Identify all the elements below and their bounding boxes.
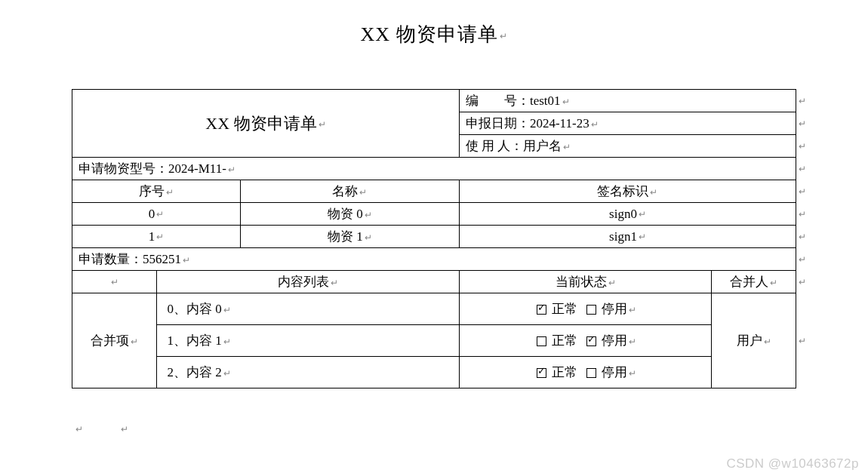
col-seq: 序号↵ (72, 180, 241, 203)
status-cell: 正常 停用↵ (459, 293, 712, 325)
checkbox-disabled-icon (586, 336, 596, 346)
number-value: test01 (530, 94, 561, 108)
number-label: 编 号： (466, 94, 530, 108)
date-value: 2024-11-23 (530, 116, 589, 131)
page-title: XX 物资申请单↵ (0, 0, 868, 48)
col2-blank: ↵ (72, 271, 157, 293)
date-cell: 申报日期：2024-11-23↵ ↵ (459, 112, 796, 135)
content-row: 1、内容 1↵ 正常 停用↵ (72, 325, 796, 357)
paragraph-mark-icon: ↵ (500, 31, 508, 41)
checkbox-normal-icon (537, 368, 546, 378)
col-name: 名称↵ (241, 180, 460, 203)
col2-content: 内容列表↵ (156, 271, 459, 293)
qty-row: 申请数量：556251↵ ↵ (72, 248, 796, 271)
paragraph-mark-icon: ↵ (121, 424, 128, 435)
merge-user-cell: 用户↵↵ (712, 293, 796, 388)
col2-status: 当前状态↵ (459, 271, 712, 293)
qty-label: 申请数量： (78, 252, 143, 266)
item-row: 1↵ 物资 1↵ sign1↵↵ (72, 226, 796, 248)
number-cell: 编 号：test01↵ ↵ (459, 90, 796, 112)
form-table: XX 物资申请单↵ 编 号：test01↵ ↵ 申报日期：2024-11-23↵… (72, 89, 796, 388)
qty-value: 556251 (143, 252, 181, 266)
checkbox-normal-icon (537, 305, 546, 315)
date-label: 申报日期： (466, 116, 530, 131)
item-row: 0↵ 物资 0↵ sign0↵↵ (72, 203, 796, 226)
form-title-cell: XX 物资申请单↵ (72, 90, 460, 158)
content-row: 2、内容 2↵ 正常 停用↵ (72, 357, 796, 388)
user-label: 使 用 人： (466, 139, 524, 153)
status-cell: 正常 停用↵ (459, 357, 712, 388)
content-row: 合并项↵ 0、内容 0↵ 正常 停用↵ 用户↵↵ (72, 293, 796, 325)
user-value: 用户名 (523, 139, 562, 153)
paragraph-mark-icon: ↵ (75, 424, 83, 435)
checkbox-normal-icon (537, 336, 546, 346)
col2-mergeuser: 合并人↵↵ (712, 271, 796, 293)
model-row: 申请物资型号：2024-M11-↵ ↵ (72, 158, 796, 180)
paragraph-mark-icon: ↵ (319, 119, 326, 130)
watermark: CSDN @w10463672p (726, 456, 859, 471)
model-value: 2024-M11- (168, 161, 226, 176)
col-sign: 签名标识↵↵ (459, 180, 796, 203)
status-cell: 正常 停用↵ (459, 325, 712, 357)
checkbox-disabled-icon (586, 368, 596, 378)
checkbox-disabled-icon (586, 305, 596, 315)
user-cell: 使 用 人：用户名↵ ↵ (459, 135, 796, 158)
merge-label-cell: 合并项↵ (72, 293, 157, 388)
model-label: 申请物资型号： (78, 161, 168, 176)
